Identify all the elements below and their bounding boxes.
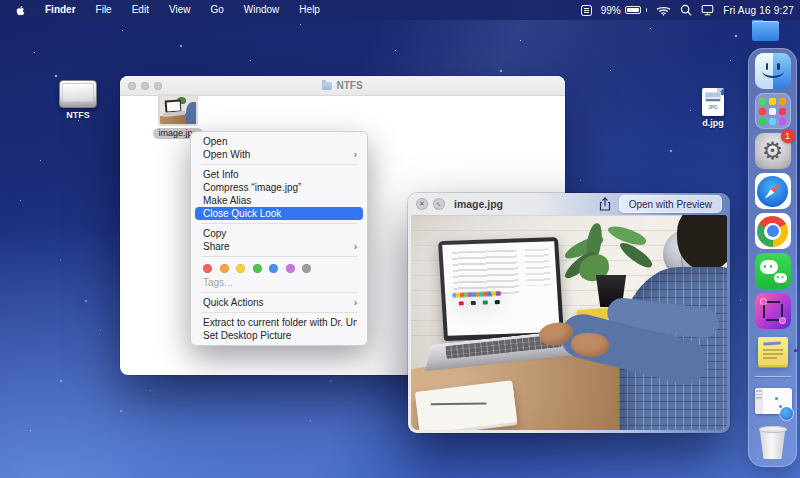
submenu-arrow-icon: ›	[354, 296, 357, 309]
menu-item-set-desktop-picture[interactable]: Set Desktop Picture	[191, 329, 367, 342]
menu-separator	[201, 164, 357, 165]
dock-item-launchpad[interactable]	[755, 93, 791, 129]
battery-icon	[625, 6, 641, 14]
quicklook-title: image.jpg	[454, 198, 503, 210]
menu-edit[interactable]: Edit	[122, 0, 159, 20]
dock-separator	[755, 376, 791, 377]
desktop-icon-folder[interactable]	[752, 21, 779, 41]
menu-item-make-alias[interactable]: Make Alias	[191, 194, 367, 207]
display-icon[interactable]	[701, 4, 714, 16]
menu-item-quick-actions[interactable]: Quick Actions›	[191, 296, 367, 309]
tag-color-row	[191, 260, 367, 276]
tag-yellow[interactable]	[236, 264, 245, 273]
menu-item-open-with[interactable]: Open With›	[191, 148, 367, 161]
tag-orange[interactable]	[220, 264, 229, 273]
wifi-icon[interactable]	[656, 5, 671, 16]
menu-item-get-info[interactable]: Get Info	[191, 168, 367, 181]
apple-logo-icon	[14, 4, 25, 17]
menu-view[interactable]: View	[159, 0, 201, 20]
dock-item-system-preferences[interactable]: ⚙ 1	[755, 133, 791, 169]
desktop-icon-ntfs-drive[interactable]: NTFS	[58, 80, 98, 120]
battery-percent: 99%	[601, 5, 621, 16]
menu-window[interactable]: Window	[234, 0, 290, 20]
dock-item-finder[interactable]	[755, 53, 791, 89]
battery-status[interactable]: 99%	[601, 5, 648, 16]
context-menu: Open Open With› Get Info Compress “image…	[190, 131, 368, 346]
menu-item-share[interactable]: Share›	[191, 240, 367, 253]
chat-bubble-small-icon	[774, 273, 787, 284]
input-source-icon[interactable]	[581, 5, 592, 16]
menu-bar-clock[interactable]: Fri Aug 16 9:27	[723, 5, 794, 16]
file-thumbnail-selection	[158, 94, 198, 126]
running-indicator	[794, 349, 797, 352]
desktop-icon-d-jpg[interactable]: JPG d.jpg	[700, 88, 726, 128]
desktop: NTFS JPG d.jpg NTFS	[0, 0, 800, 478]
dock-item-chrome[interactable]	[755, 213, 791, 249]
menu-item-open[interactable]: Open	[191, 135, 367, 148]
menu-separator	[201, 223, 357, 224]
finder-window-title: NTFS	[120, 80, 565, 91]
external-drive-icon	[59, 80, 97, 108]
dock-item-stickies[interactable]	[755, 333, 791, 369]
dock: ⚙ 1	[748, 48, 797, 467]
jpg-file-icon: JPG	[702, 88, 724, 116]
jpg-extension-label: JPG	[702, 104, 724, 110]
menu-help[interactable]: Help	[289, 0, 330, 20]
tag-blue[interactable]	[269, 264, 278, 273]
drive-label: NTFS	[66, 110, 90, 120]
quicklook-close-button[interactable]: ✕	[416, 198, 428, 210]
menu-go[interactable]: Go	[200, 0, 233, 20]
menu-item-extract-unarchiver[interactable]: Extract to current folder with Dr. Unarc…	[191, 316, 367, 329]
quicklook-window: ✕ ↔ image.jpg Open with Preview	[408, 193, 730, 433]
submenu-arrow-icon: ›	[354, 240, 357, 253]
notification-badge: 1	[781, 129, 795, 143]
jpg-file-label: d.jpg	[702, 118, 724, 128]
menu-bar: Finder File Edit View Go Window Help 99%	[0, 0, 800, 20]
menu-finder[interactable]: Finder	[35, 0, 86, 20]
menu-item-close-quick-look[interactable]: Close Quick Look	[195, 207, 363, 220]
folder-icon	[752, 21, 779, 41]
finder-titlebar[interactable]: NTFS	[120, 76, 565, 96]
tag-gray[interactable]	[302, 264, 311, 273]
menu-separator	[201, 312, 357, 313]
tag-purple[interactable]	[286, 264, 295, 273]
gear-icon: ⚙	[762, 137, 784, 165]
sticky-note-icon	[758, 337, 788, 365]
spotlight-search-icon[interactable]	[680, 4, 692, 16]
image-jpg-thumbnail	[160, 96, 196, 124]
dock-item-wechat[interactable]	[755, 253, 791, 289]
menu-item-tags[interactable]: Tags...	[191, 276, 367, 289]
menu-separator	[201, 256, 357, 257]
menu-separator	[201, 292, 357, 293]
share-icon[interactable]	[599, 197, 611, 211]
quicklook-photo	[411, 215, 727, 430]
quicklook-titlebar[interactable]: ✕ ↔ image.jpg Open with Preview	[408, 193, 730, 215]
open-with-preview-button[interactable]: Open with Preview	[619, 195, 722, 213]
tag-red[interactable]	[203, 264, 212, 273]
jpg-thumbnail	[705, 92, 721, 102]
menu-file[interactable]: File	[86, 0, 122, 20]
tag-green[interactable]	[253, 264, 262, 273]
dock-item-minimized-window[interactable]	[755, 384, 791, 420]
chat-bubble-icon	[760, 260, 778, 274]
folder-proxy-icon	[322, 82, 332, 90]
submenu-arrow-icon: ›	[354, 148, 357, 161]
menu-item-copy[interactable]: Copy	[191, 227, 367, 240]
dock-item-trash[interactable]	[755, 424, 791, 460]
menu-item-compress[interactable]: Compress “image.jpg”	[191, 181, 367, 194]
apple-menu[interactable]	[0, 4, 35, 17]
safari-window-badge	[780, 407, 793, 420]
dock-item-screenshot-tool[interactable]	[755, 293, 791, 329]
quicklook-fullscreen-button[interactable]: ↔	[433, 198, 445, 210]
dock-item-safari[interactable]	[755, 173, 791, 209]
